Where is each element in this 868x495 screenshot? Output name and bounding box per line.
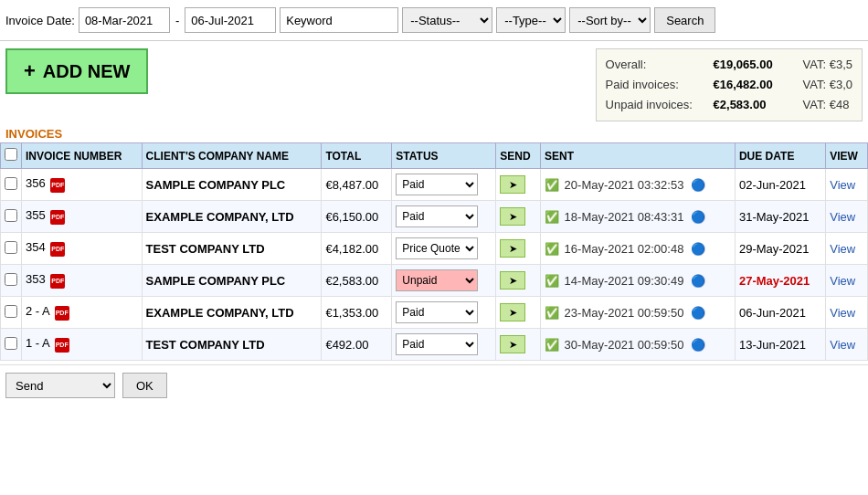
status-dropdown[interactable]: Paid Unpaid Price Quote bbox=[396, 205, 478, 227]
row-checkbox[interactable] bbox=[5, 209, 17, 222]
summary-box: Overall: €19,065.00 VAT: €3,5 Paid invoi… bbox=[596, 48, 863, 121]
row-checkbox[interactable] bbox=[5, 305, 17, 318]
view-cell[interactable]: View bbox=[826, 265, 868, 297]
row-checkbox-cell[interactable] bbox=[1, 265, 22, 297]
paid-row: Paid invoices: €16,482.00 VAT: €3,0 bbox=[606, 75, 852, 95]
view-link[interactable]: View bbox=[830, 210, 855, 224]
status-dropdown[interactable]: Paid Unpaid Price Quote bbox=[396, 237, 478, 259]
date-from-input[interactable] bbox=[79, 7, 170, 33]
status-select[interactable]: --Status-- Paid Unpaid Price Quote bbox=[402, 7, 492, 33]
status-cell[interactable]: Paid Unpaid Price Quote bbox=[392, 265, 496, 297]
view-cell[interactable]: View bbox=[826, 201, 868, 233]
send-button[interactable]: ➤ bbox=[500, 335, 525, 353]
row-checkbox-cell[interactable] bbox=[1, 169, 22, 201]
status-cell[interactable]: Paid Unpaid Price Quote bbox=[392, 233, 496, 265]
table-header-row: INVOICE NUMBER CLIENT'S COMPANY NAME TOT… bbox=[1, 143, 868, 169]
select-all-header[interactable] bbox=[1, 143, 22, 169]
status-dropdown[interactable]: Paid Unpaid Price Quote bbox=[396, 269, 478, 291]
send-cell[interactable]: ➤ bbox=[496, 233, 541, 265]
sent-check-icon: ✅ bbox=[545, 306, 559, 320]
status-dropdown[interactable]: Paid Unpaid Price Quote bbox=[396, 301, 478, 323]
view-cell[interactable]: View bbox=[826, 233, 868, 265]
overall-label: Overall: bbox=[606, 55, 706, 75]
add-new-button[interactable]: + ADD NEW bbox=[5, 48, 148, 94]
view-link[interactable]: View bbox=[830, 242, 855, 256]
search-button[interactable]: Search bbox=[654, 7, 715, 33]
status-dropdown[interactable]: Paid Unpaid Price Quote bbox=[396, 333, 478, 355]
company-name-cell: SAMPLE COMPANY PLC bbox=[142, 169, 322, 201]
invoice-number-cell: 2 - A PDF bbox=[22, 297, 143, 329]
invoice-number-cell: 355 PDF bbox=[22, 201, 143, 233]
table-row: 354 PDF TEST COMPANY LTD €4,182.00 Paid … bbox=[1, 233, 868, 265]
send-button[interactable]: ➤ bbox=[500, 303, 525, 321]
status-header: STATUS bbox=[392, 143, 496, 169]
sent-header: SENT bbox=[540, 143, 735, 169]
send-cell[interactable]: ➤ bbox=[496, 297, 541, 329]
view-cell[interactable]: View bbox=[826, 329, 868, 361]
keyword-input[interactable] bbox=[280, 7, 398, 33]
table-row: 2 - A PDF EXAMPLE COMPANY, LTD €1,353.00… bbox=[1, 297, 868, 329]
invoices-table: INVOICE NUMBER CLIENT'S COMPANY NAME TOT… bbox=[0, 142, 868, 361]
send-button[interactable]: ➤ bbox=[500, 239, 525, 258]
send-button[interactable]: ➤ bbox=[500, 175, 525, 194]
row-checkbox[interactable] bbox=[5, 241, 17, 254]
send-cell[interactable]: ➤ bbox=[496, 329, 541, 361]
invoice-id: 354 bbox=[26, 240, 46, 254]
due-date-cell: 27-May-2021 bbox=[735, 265, 825, 297]
view-link[interactable]: View bbox=[830, 178, 855, 192]
status-cell[interactable]: Paid Unpaid Price Quote bbox=[392, 169, 496, 201]
table-row: 356 PDF SAMPLE COMPANY PLC €8,487.00 Pai… bbox=[1, 169, 868, 201]
send-header: SEND bbox=[496, 143, 541, 169]
invoices-heading: INVOICES bbox=[0, 125, 868, 142]
view-link[interactable]: View bbox=[830, 306, 855, 320]
view-link[interactable]: View bbox=[830, 338, 855, 352]
invoice-number-cell: 356 PDF bbox=[22, 169, 143, 201]
pdf-icon[interactable]: PDF bbox=[55, 338, 69, 353]
send-button[interactable]: ➤ bbox=[500, 271, 525, 290]
pdf-icon[interactable]: PDF bbox=[50, 178, 65, 193]
row-checkbox-cell[interactable] bbox=[1, 233, 22, 265]
sent-cell: ✅ 23-May-2021 00:59:50 🔵 bbox=[540, 297, 735, 329]
add-new-label: ADD NEW bbox=[43, 61, 131, 82]
status-cell[interactable]: Paid Unpaid Price Quote bbox=[392, 329, 496, 361]
sent-datetime: 30-May-2021 00:59:50 bbox=[565, 338, 684, 352]
sent-info-icon[interactable]: 🔵 bbox=[691, 210, 705, 224]
view-cell[interactable]: View bbox=[826, 169, 868, 201]
type-select[interactable]: --Type-- bbox=[496, 7, 566, 33]
row-checkbox-cell[interactable] bbox=[1, 201, 22, 233]
status-cell[interactable]: Paid Unpaid Price Quote bbox=[392, 297, 496, 329]
pdf-icon[interactable]: PDF bbox=[50, 242, 65, 257]
sent-info-icon[interactable]: 🔵 bbox=[691, 306, 705, 320]
date-to-input[interactable] bbox=[185, 7, 276, 33]
sent-check-icon: ✅ bbox=[545, 210, 559, 224]
sent-info-icon[interactable]: 🔵 bbox=[691, 242, 705, 256]
view-cell[interactable]: View bbox=[826, 297, 868, 329]
sent-datetime: 20-May-2021 03:32:53 bbox=[565, 178, 684, 192]
view-link[interactable]: View bbox=[830, 274, 855, 288]
total-header: TOTAL bbox=[322, 143, 392, 169]
sent-info-icon[interactable]: 🔵 bbox=[691, 338, 705, 352]
sort-select[interactable]: --Sort by-- bbox=[569, 7, 651, 33]
row-checkbox-cell[interactable] bbox=[1, 329, 22, 361]
pdf-icon[interactable]: PDF bbox=[50, 210, 65, 225]
pdf-icon[interactable]: PDF bbox=[55, 306, 69, 321]
row-checkbox[interactable] bbox=[5, 337, 17, 350]
bulk-action-select[interactable]: Send Delete Export bbox=[5, 373, 115, 398]
send-cell[interactable]: ➤ bbox=[496, 265, 541, 297]
ok-button[interactable]: OK bbox=[122, 373, 167, 398]
send-button[interactable]: ➤ bbox=[500, 207, 525, 226]
row-checkbox[interactable] bbox=[5, 273, 17, 286]
status-dropdown[interactable]: Paid Unpaid Price Quote bbox=[396, 174, 478, 195]
pdf-icon[interactable]: PDF bbox=[50, 274, 65, 289]
sent-info-icon[interactable]: 🔵 bbox=[691, 178, 705, 192]
row-checkbox[interactable] bbox=[5, 177, 17, 190]
filter-bar: Invoice Date: - --Status-- Paid Unpaid P… bbox=[0, 0, 868, 41]
invoice-id: 1 - A bbox=[26, 336, 49, 350]
row-checkbox-cell[interactable] bbox=[1, 297, 22, 329]
sent-info-icon[interactable]: 🔵 bbox=[691, 274, 705, 288]
send-cell[interactable]: ➤ bbox=[496, 201, 541, 233]
status-cell[interactable]: Paid Unpaid Price Quote bbox=[392, 201, 496, 233]
sent-check-icon: ✅ bbox=[545, 178, 559, 192]
select-all-checkbox[interactable] bbox=[5, 148, 17, 161]
send-cell[interactable]: ➤ bbox=[496, 169, 541, 201]
